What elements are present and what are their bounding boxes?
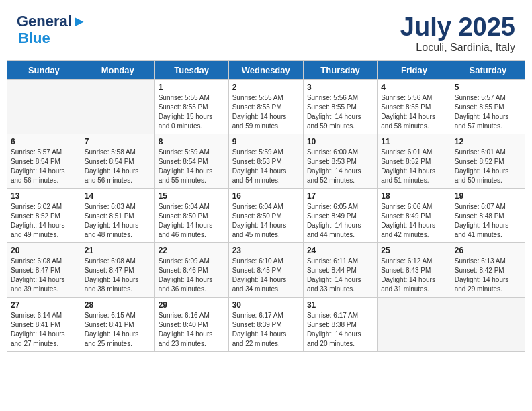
day-info: Sunrise: 6:04 AM Sunset: 8:50 PM Dayligh…	[159, 202, 225, 240]
calendar-cell: 2Sunrise: 5:55 AM Sunset: 8:55 PM Daylig…	[228, 79, 303, 134]
day-info: Sunrise: 5:56 AM Sunset: 8:55 PM Dayligh…	[307, 93, 373, 131]
day-info: Sunrise: 6:00 AM Sunset: 8:53 PM Dayligh…	[307, 148, 373, 185]
calendar-week-row: 27Sunrise: 6:14 AM Sunset: 8:41 PM Dayli…	[7, 297, 525, 351]
day-info: Sunrise: 5:59 AM Sunset: 8:53 PM Dayligh…	[232, 148, 300, 185]
day-info: Sunrise: 5:57 AM Sunset: 8:55 PM Dayligh…	[455, 93, 521, 131]
day-info: Sunrise: 6:17 AM Sunset: 8:38 PM Dayligh…	[307, 311, 373, 349]
day-info: Sunrise: 5:59 AM Sunset: 8:54 PM Dayligh…	[159, 148, 225, 185]
day-number: 8	[159, 137, 225, 146]
day-number: 24	[307, 246, 373, 255]
calendar-cell	[451, 297, 525, 351]
day-number: 6	[11, 137, 77, 146]
weekday-header: Friday	[378, 60, 451, 79]
day-number: 19	[455, 191, 521, 201]
day-info: Sunrise: 6:13 AM Sunset: 8:42 PM Dayligh…	[455, 257, 521, 294]
day-number: 28	[85, 300, 151, 310]
day-info: Sunrise: 6:11 AM Sunset: 8:44 PM Dayligh…	[307, 257, 373, 294]
day-number: 31	[307, 300, 373, 310]
day-number: 3	[307, 83, 373, 92]
day-number: 22	[159, 246, 225, 255]
calendar-cell: 20Sunrise: 6:08 AM Sunset: 8:47 PM Dayli…	[7, 242, 81, 297]
calendar-cell: 9Sunrise: 5:59 AM Sunset: 8:53 PM Daylig…	[228, 134, 303, 188]
calendar-table: SundayMondayTuesdayWednesdayThursdayFrid…	[7, 60, 525, 352]
calendar-cell: 6Sunrise: 5:57 AM Sunset: 8:54 PM Daylig…	[7, 134, 81, 188]
day-info: Sunrise: 6:09 AM Sunset: 8:46 PM Dayligh…	[159, 257, 225, 294]
day-info: Sunrise: 6:17 AM Sunset: 8:39 PM Dayligh…	[232, 311, 300, 349]
day-info: Sunrise: 6:07 AM Sunset: 8:48 PM Dayligh…	[455, 202, 521, 240]
calendar-cell: 22Sunrise: 6:09 AM Sunset: 8:46 PM Dayli…	[154, 242, 228, 297]
calendar-week-row: 1Sunrise: 5:55 AM Sunset: 8:55 PM Daylig…	[7, 79, 525, 134]
weekday-header: Thursday	[303, 60, 377, 79]
calendar-header-row: SundayMondayTuesdayWednesdayThursdayFrid…	[7, 60, 525, 79]
day-info: Sunrise: 6:06 AM Sunset: 8:49 PM Dayligh…	[381, 202, 447, 240]
calendar-cell	[7, 79, 81, 134]
weekday-header: Saturday	[451, 60, 525, 79]
calendar-cell: 10Sunrise: 6:00 AM Sunset: 8:53 PM Dayli…	[303, 134, 377, 188]
weekday-header: Monday	[81, 60, 154, 79]
day-number: 23	[232, 246, 300, 255]
calendar-cell: 4Sunrise: 5:56 AM Sunset: 8:55 PM Daylig…	[378, 79, 451, 134]
logo-blue: Blue	[18, 30, 50, 47]
calendar-cell	[81, 79, 154, 134]
calendar-cell: 21Sunrise: 6:08 AM Sunset: 8:47 PM Dayli…	[81, 242, 154, 297]
weekday-header: Sunday	[7, 60, 81, 79]
day-number: 2	[232, 83, 300, 92]
day-number: 9	[232, 137, 300, 146]
calendar-cell: 19Sunrise: 6:07 AM Sunset: 8:48 PM Dayli…	[451, 188, 525, 242]
calendar-cell: 18Sunrise: 6:06 AM Sunset: 8:49 PM Dayli…	[378, 188, 451, 242]
calendar-cell: 11Sunrise: 6:01 AM Sunset: 8:52 PM Dayli…	[378, 134, 451, 188]
day-number: 4	[381, 83, 447, 92]
logo: General► Blue	[17, 13, 87, 47]
calendar-cell: 8Sunrise: 5:59 AM Sunset: 8:54 PM Daylig…	[154, 134, 228, 188]
calendar-cell: 25Sunrise: 6:12 AM Sunset: 8:43 PM Dayli…	[378, 242, 451, 297]
day-info: Sunrise: 6:10 AM Sunset: 8:45 PM Dayligh…	[232, 257, 300, 294]
day-info: Sunrise: 5:56 AM Sunset: 8:55 PM Dayligh…	[381, 93, 447, 131]
page-header: General► Blue July 2025 Loculi, Sardinia…	[7, 7, 525, 57]
weekday-header: Tuesday	[154, 60, 228, 79]
calendar-week-row: 20Sunrise: 6:08 AM Sunset: 8:47 PM Dayli…	[7, 242, 525, 297]
day-number: 27	[11, 300, 77, 310]
day-number: 21	[85, 246, 151, 255]
day-info: Sunrise: 6:03 AM Sunset: 8:51 PM Dayligh…	[85, 202, 151, 240]
day-info: Sunrise: 6:16 AM Sunset: 8:40 PM Dayligh…	[159, 311, 225, 349]
day-info: Sunrise: 6:15 AM Sunset: 8:41 PM Dayligh…	[85, 311, 151, 349]
day-info: Sunrise: 6:01 AM Sunset: 8:52 PM Dayligh…	[381, 148, 447, 185]
calendar-cell: 12Sunrise: 6:01 AM Sunset: 8:52 PM Dayli…	[451, 134, 525, 188]
day-number: 18	[381, 191, 447, 201]
calendar-cell: 13Sunrise: 6:02 AM Sunset: 8:52 PM Dayli…	[7, 188, 81, 242]
day-number: 30	[232, 300, 300, 310]
day-info: Sunrise: 5:57 AM Sunset: 8:54 PM Dayligh…	[11, 148, 77, 185]
day-info: Sunrise: 6:08 AM Sunset: 8:47 PM Dayligh…	[11, 257, 77, 294]
day-number: 7	[85, 137, 151, 146]
day-number: 20	[11, 246, 77, 255]
logo-text: General►	[17, 13, 87, 30]
day-info: Sunrise: 6:02 AM Sunset: 8:52 PM Dayligh…	[11, 202, 77, 240]
calendar-cell: 15Sunrise: 6:04 AM Sunset: 8:50 PM Dayli…	[154, 188, 228, 242]
calendar-cell: 1Sunrise: 5:55 AM Sunset: 8:55 PM Daylig…	[154, 79, 228, 134]
location-title: Loculi, Sardinia, Italy	[400, 42, 515, 54]
calendar-cell: 28Sunrise: 6:15 AM Sunset: 8:41 PM Dayli…	[81, 297, 154, 351]
month-title: July 2025	[400, 13, 515, 42]
calendar-cell: 17Sunrise: 6:05 AM Sunset: 8:49 PM Dayli…	[303, 188, 377, 242]
day-number: 26	[455, 246, 521, 255]
day-info: Sunrise: 5:55 AM Sunset: 8:55 PM Dayligh…	[232, 93, 300, 131]
calendar-cell: 29Sunrise: 6:16 AM Sunset: 8:40 PM Dayli…	[154, 297, 228, 351]
calendar-cell	[378, 297, 451, 351]
calendar-week-row: 13Sunrise: 6:02 AM Sunset: 8:52 PM Dayli…	[7, 188, 525, 242]
day-number: 16	[232, 191, 300, 201]
calendar-week-row: 6Sunrise: 5:57 AM Sunset: 8:54 PM Daylig…	[7, 134, 525, 188]
day-number: 25	[381, 246, 447, 255]
calendar-cell: 23Sunrise: 6:10 AM Sunset: 8:45 PM Dayli…	[228, 242, 303, 297]
calendar-cell: 16Sunrise: 6:04 AM Sunset: 8:50 PM Dayli…	[228, 188, 303, 242]
weekday-header: Wednesday	[228, 60, 303, 79]
day-number: 13	[11, 191, 77, 201]
day-info: Sunrise: 6:12 AM Sunset: 8:43 PM Dayligh…	[381, 257, 447, 294]
calendar-cell: 5Sunrise: 5:57 AM Sunset: 8:55 PM Daylig…	[451, 79, 525, 134]
calendar-cell: 3Sunrise: 5:56 AM Sunset: 8:55 PM Daylig…	[303, 79, 377, 134]
day-number: 11	[381, 137, 447, 146]
calendar-cell: 14Sunrise: 6:03 AM Sunset: 8:51 PM Dayli…	[81, 188, 154, 242]
day-number: 1	[159, 83, 225, 92]
day-info: Sunrise: 6:04 AM Sunset: 8:50 PM Dayligh…	[232, 202, 300, 240]
day-number: 17	[307, 191, 373, 201]
day-info: Sunrise: 6:05 AM Sunset: 8:49 PM Dayligh…	[307, 202, 373, 240]
